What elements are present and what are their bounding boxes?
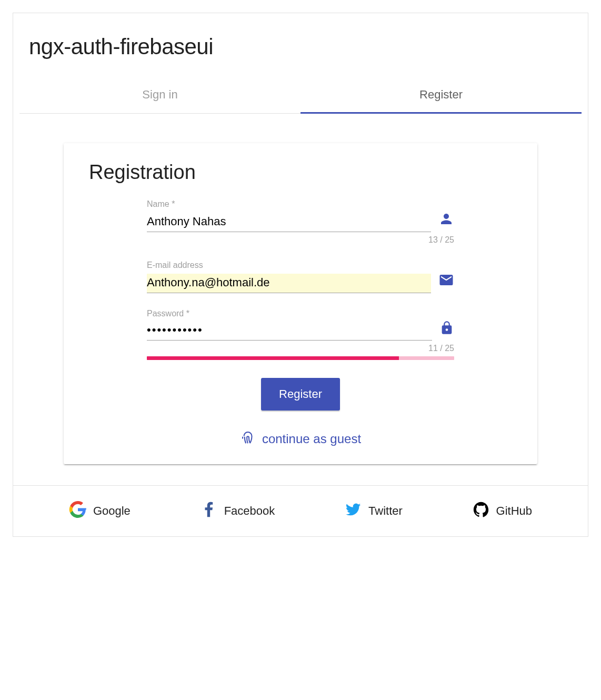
provider-github-label: GitHub — [496, 504, 532, 518]
github-icon — [472, 501, 490, 522]
social-providers: Google Facebook Twitter GitHub — [13, 485, 588, 536]
email-label: E-mail address — [147, 261, 454, 270]
name-counter: 13 / 25 — [147, 235, 454, 245]
provider-facebook-label: Facebook — [224, 504, 275, 518]
auth-tabs: Sign in Register — [19, 74, 582, 114]
password-input[interactable] — [147, 321, 432, 341]
provider-google-label: Google — [93, 504, 131, 518]
registration-form-card: Registration Name * 13 / 25 E-mail addre… — [64, 143, 537, 464]
twitter-icon — [344, 501, 362, 522]
person-icon — [438, 211, 454, 229]
auth-card: ngx-auth-firebaseui Sign in Register Reg… — [13, 13, 588, 537]
name-input[interactable] — [147, 213, 431, 232]
tab-signin[interactable]: Sign in — [19, 74, 300, 113]
password-label: Password * — [147, 309, 454, 318]
password-strength-fill — [147, 356, 399, 360]
page-title: ngx-auth-firebaseui — [13, 13, 588, 74]
guest-label: continue as guest — [262, 432, 361, 446]
password-strength-bar — [147, 356, 454, 360]
password-counter: 11 / 25 — [147, 344, 454, 353]
password-field-wrapper: Password * 11 / 25 — [147, 309, 454, 360]
provider-twitter[interactable]: Twitter — [344, 501, 403, 522]
provider-github[interactable]: GitHub — [472, 501, 532, 522]
fingerprint-icon — [240, 429, 256, 448]
provider-google[interactable]: Google — [69, 501, 131, 522]
form-heading: Registration — [89, 161, 512, 184]
name-field-wrapper: Name * 13 / 25 — [147, 199, 454, 245]
email-input[interactable] — [147, 274, 431, 293]
email-field-wrapper: E-mail address — [147, 261, 454, 293]
provider-twitter-label: Twitter — [368, 504, 403, 518]
name-label: Name * — [147, 199, 454, 209]
facebook-icon — [200, 501, 218, 522]
google-icon — [69, 501, 87, 522]
provider-facebook[interactable]: Facebook — [200, 501, 275, 522]
register-button[interactable]: Register — [261, 378, 340, 411]
tab-register[interactable]: Register — [300, 74, 582, 113]
lock-icon — [439, 321, 454, 337]
mail-icon — [438, 272, 454, 290]
continue-as-guest-link[interactable]: continue as guest — [89, 429, 512, 448]
